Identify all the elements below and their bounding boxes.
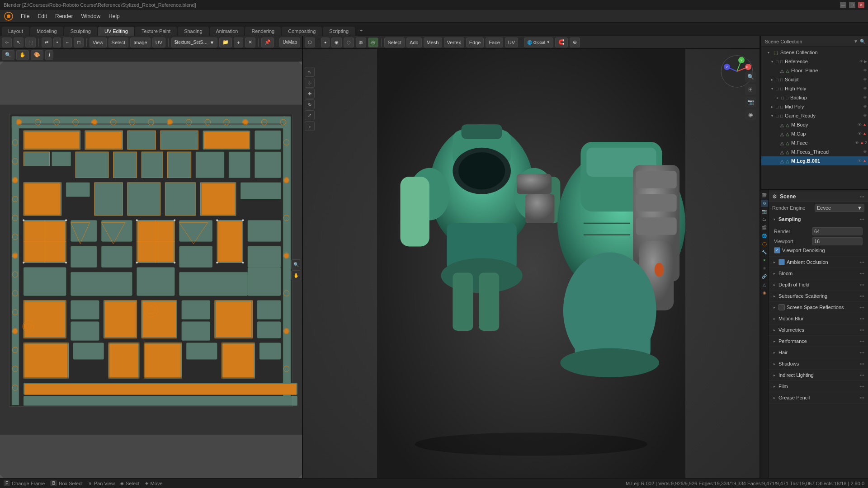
outliner-item-sculpt[interactable]: ▸ □ □ Sculpt 👁 [761,75,868,84]
shadows-header[interactable]: ▸ Shadows ••• [769,358,868,369]
uv-view-menu[interactable]: View [90,38,107,47]
scene-icon[interactable]: 🎬 [761,224,768,231]
uv-edge-mode[interactable]: ⌐ [63,38,72,47]
tab-layout[interactable]: Layout [2,27,29,36]
move-tool[interactable]: ✚ [305,89,315,99]
subsurface_scattering-header[interactable]: ▸ Subsurface Scattering ••• [769,291,868,301]
menu-render[interactable]: Render [52,12,76,20]
pin-btn[interactable]: 📌 [261,38,274,47]
camera-view[interactable]: 📷 [745,97,756,108]
edge-menu[interactable]: Edge [466,38,484,47]
uv-pan-btn[interactable]: ✋ [16,50,29,60]
collection-arrow[interactable]: ▾ [766,50,771,55]
uv-sync-selection[interactable]: ⇄ [42,38,52,47]
screen_space_reflections-header[interactable]: ▸ Screen Space Reflections ••• [769,302,868,313]
menu-file[interactable]: File [17,12,33,20]
sampling-header[interactable]: ▾ Sampling ••• [769,214,868,225]
output-props-icon[interactable]: 📷 [761,208,768,215]
scale-tool[interactable]: ⤢ [305,110,315,120]
physics-icon[interactable]: ⚛ [761,265,768,272]
outliner-item-mid-poly[interactable]: ▸ □ □ Mid Poly 👁 [761,102,868,111]
outliner-item-m-body[interactable]: △ △ M.Body 👁🔺 [761,120,868,129]
outliner-item-m-leg-b001[interactable]: △ △ M.Leg.B.001 👁🔺 [761,156,868,165]
close-button[interactable]: ✕ [858,2,864,8]
uv-side-pan[interactable]: ✋ [291,270,301,280]
toggle-quad[interactable]: ⊞ [745,84,756,95]
zoom-to-selected[interactable]: 🔍 [745,71,756,82]
snap-btn[interactable]: 🧲 [555,38,568,47]
outliner-item-backup[interactable]: ▸ □ □ Backup 👁 [761,93,868,102]
outliner-item-m-cap[interactable]: △ △ M.Cap 👁🔺 [761,129,868,138]
hair-header[interactable]: ▸ Hair ••• [769,347,868,358]
uv-uv-menu[interactable]: UV [152,38,165,47]
tab-animation[interactable]: Animation [210,27,245,36]
data-icon[interactable]: △ [761,281,768,288]
uvmap-selector[interactable]: UvMap [279,38,300,47]
modifier-icon[interactable]: 🔧 [761,249,768,256]
indirect_lighting-header[interactable]: ▸ Indirect Lighting ••• [769,370,868,380]
uv-menu-3d[interactable]: UV [505,38,518,47]
uv-info-btn[interactable]: ℹ [45,50,53,60]
high-poly-arrow[interactable]: ▾ [769,86,775,91]
tab-rendering[interactable]: Rendering [245,27,281,36]
motion_blur-header[interactable]: ▸ Motion Blur ••• [769,313,868,324]
uv-vert-mode[interactable]: • [53,38,61,47]
menu-window[interactable]: Window [77,12,104,20]
tab-compositing[interactable]: Compositing [282,27,322,36]
tab-shading[interactable]: Shading [178,27,208,36]
screen_space_reflections-checkbox[interactable] [778,304,785,310]
uv-render-btn[interactable]: 🎨 [31,50,43,60]
viewport-denoising-checkbox[interactable]: ✓ [774,247,780,253]
outliner-filter[interactable]: ▼ [854,39,858,44]
toggle-overlay[interactable]: ◉ [745,109,756,120]
uv-side-zoom[interactable]: 🔍 [291,259,301,269]
tab-uv-editing[interactable]: UV Editing [98,27,134,36]
sculpt-arrow[interactable]: ▸ [769,77,775,82]
texture-selector[interactable]: $texture_SetStylized... ▼ [171,38,218,47]
render-props-icon[interactable]: 🎬 [761,192,768,199]
game-ready-arrow[interactable]: ▾ [769,113,775,118]
outliner-item-reference[interactable]: ▾ □ □ Reference 👁 ▶ [761,57,868,66]
film-header[interactable]: ▸ Film ••• [769,381,868,392]
depth_of_field-header[interactable]: ▸ Depth of Field ••• [769,279,868,290]
volumetrics-header[interactable]: ▸ Volumetrics ••• [769,324,868,335]
uv-tool-select-box[interactable]: ⬚ [25,38,36,47]
viewport-mode-btn[interactable]: ● [321,38,330,47]
material-icon[interactable]: ◉ [761,289,768,296]
outliner-item-high-poly[interactable]: ▾ □ □ High Poly 👁 [761,84,868,93]
uv-face-mode[interactable]: ◻ [74,38,84,47]
ambient_occlusion-header[interactable]: ▸ Ambient Occlusion ••• [769,257,868,267]
viewport-shading-render[interactable]: ◎ [368,38,378,47]
ambient_occlusion-checkbox[interactable] [778,259,785,265]
rotate-tool[interactable]: ↻ [305,99,315,109]
world-icon[interactable]: 🌐 [761,232,768,239]
performance-header[interactable]: ▸ Performance ••• [769,336,868,347]
backup-arrow[interactable]: ▸ [775,95,780,100]
tab-modeling[interactable]: Modeling [30,27,63,36]
add-menu[interactable]: Add [406,38,422,47]
outliner-item-m-face[interactable]: △ △ M.Face 👁🔺2 [761,138,868,147]
proportional-btn[interactable]: ⊕ [570,38,580,47]
maximize-button[interactable]: □ [849,2,855,8]
tab-scripting[interactable]: Scripting [323,27,355,36]
uv-select-menu[interactable]: Select [108,38,129,47]
uv-close-img[interactable]: ✕ [245,38,255,47]
select-tool[interactable]: ↖ [305,67,315,77]
tab-sculpting[interactable]: Sculpting [64,27,97,36]
reference-arrow[interactable]: ▾ [769,59,775,64]
outliner-search[interactable]: 🔍 [860,39,865,44]
bloom-header[interactable]: ▸ Bloom ••• [769,268,868,279]
scene-props-icon[interactable]: ⚙ [761,200,768,207]
view-layer-icon[interactable]: 🗂 [761,216,768,223]
outliner-item-m-focus-thread[interactable]: △ △ M.Focus_Thread 👁 [761,147,868,156]
transform-select[interactable]: 🌐 Global ▼ [524,38,553,47]
render-engine-dropdown[interactable]: Eevee ▼ [815,204,864,212]
particle-icon[interactable]: ⁕ [761,257,768,264]
viewport-shading-solid[interactable]: ◉ [331,38,342,47]
viewport-shading-wire[interactable]: ◌ [344,38,354,47]
menu-edit[interactable]: Edit [34,12,51,20]
select-menu[interactable]: Select [384,38,405,47]
uv-browse-img[interactable]: 📁 [219,38,232,47]
minimize-button[interactable]: — [840,2,846,8]
uv-tool-btn-1[interactable]: ⊹ [2,38,12,47]
